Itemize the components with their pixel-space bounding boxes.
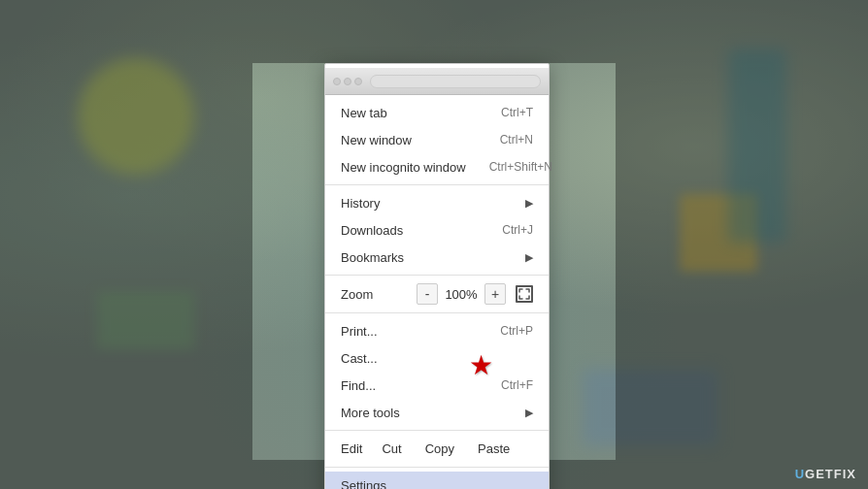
cut-button[interactable]: Cut (370, 439, 413, 459)
dot-3 (354, 78, 362, 85)
menu-item-downloads[interactable]: Downloads Ctrl+J (325, 216, 549, 244)
zoom-row: Zoom - 100% + (325, 279, 549, 309)
edit-label: Edit (333, 439, 370, 459)
dot-2 (344, 78, 351, 85)
bookmarks-arrow-icon: ▶ (525, 251, 533, 264)
menu-item-new-window[interactable]: New window Ctrl+N (325, 126, 549, 153)
zoom-value: 100% (444, 287, 479, 302)
more-tools-label: More tools (341, 406, 400, 420)
context-menu: New tab Ctrl+T New window Ctrl+N New inc… (324, 63, 550, 489)
watermark-u: U (795, 467, 805, 481)
menu-item-cast[interactable]: Cast... (325, 344, 549, 372)
new-window-shortcut: Ctrl+N (500, 133, 533, 147)
fullscreen-icon (518, 288, 530, 300)
new-tab-label: New tab (341, 106, 387, 120)
title-bar-dots (333, 78, 362, 85)
print-label: Print... (341, 324, 378, 339)
title-bar (325, 68, 549, 95)
menu-item-find[interactable]: Find... Ctrl+F (325, 372, 549, 399)
title-bar-address[interactable] (370, 75, 541, 88)
section-history: History ▶ Downloads Ctrl+J Bookmarks ▶ (325, 185, 549, 276)
new-incognito-label: New incognito window (341, 160, 466, 175)
menu-item-new-incognito[interactable]: New incognito window Ctrl+Shift+N (325, 153, 549, 180)
dot-1 (333, 78, 341, 85)
paste-button[interactable]: Paste (466, 439, 521, 459)
section-settings: Settings Help ▶ (325, 468, 549, 489)
section-tools: Print... Ctrl+P Cast... Find... Ctrl+F M… (325, 313, 549, 431)
section-edit: Edit Cut Copy Paste (325, 431, 549, 468)
new-window-label: New window (341, 133, 412, 147)
bookmarks-label: Bookmarks (341, 250, 404, 265)
section-zoom: Zoom - 100% + (325, 276, 549, 313)
more-tools-arrow-icon: ▶ (525, 407, 533, 419)
find-label: Find... (341, 378, 376, 393)
zoom-minus-button[interactable]: - (417, 283, 438, 305)
print-shortcut: Ctrl+P (500, 324, 533, 338)
menu-item-bookmarks[interactable]: Bookmarks ▶ (325, 244, 549, 271)
find-shortcut: Ctrl+F (501, 378, 533, 392)
menu-item-print[interactable]: Print... Ctrl+P (325, 317, 549, 344)
overlay-right (616, 0, 868, 489)
settings-label: Settings (341, 478, 386, 490)
copy-button[interactable]: Copy (414, 439, 466, 459)
edit-row: Edit Cut Copy Paste (325, 435, 549, 463)
zoom-fullscreen-button[interactable] (516, 285, 533, 303)
overlay-left (0, 0, 252, 489)
history-arrow-icon: ▶ (525, 197, 533, 210)
menu-item-more-tools[interactable]: More tools ▶ (325, 399, 549, 426)
history-label: History (341, 196, 380, 211)
new-tab-shortcut: Ctrl+T (501, 106, 533, 119)
downloads-shortcut: Ctrl+J (502, 223, 533, 237)
watermark-text: GETFIX (805, 467, 856, 481)
zoom-plus-button[interactable]: + (484, 283, 506, 305)
downloads-label: Downloads (341, 223, 403, 238)
section-new: New tab Ctrl+T New window Ctrl+N New inc… (325, 95, 549, 185)
cast-label: Cast... (341, 351, 378, 366)
menu-item-history[interactable]: History ▶ (325, 189, 549, 216)
overlay-top (252, 0, 616, 63)
zoom-label: Zoom (341, 287, 417, 302)
menu-item-new-tab[interactable]: New tab Ctrl+T (325, 99, 549, 126)
zoom-controls: - 100% + (417, 283, 533, 305)
new-incognito-shortcut: Ctrl+Shift+N (489, 160, 552, 174)
menu-item-settings[interactable]: Settings (325, 472, 549, 489)
watermark: UGETFIX (795, 467, 856, 481)
cursor-star: ★ (469, 352, 493, 379)
